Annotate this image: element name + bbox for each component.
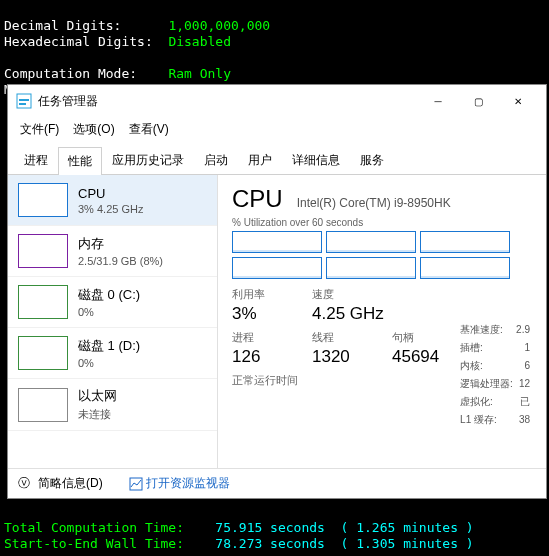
info-label: L1 缓存: [460,411,497,429]
hex-digits-label: Hexadecimal Digits: [4,34,153,49]
sidebar-disk0-name: 磁盘 0 (C:) [78,286,140,304]
cpu-chart [232,231,538,279]
thread-label: 线程 [312,330,372,345]
info-value: 1 [524,339,530,357]
terminal-bottom: Total Computation Time: 75.915 seconds (… [0,502,478,554]
wall-time-label: Start-to-End Wall Time: [4,536,184,551]
decimal-digits-value: 1,000,000,000 [168,18,270,33]
info-value: 38 [519,411,530,429]
titlebar[interactable]: 任务管理器 ─ ▢ ✕ [8,85,546,117]
content-area: CPU 3% 4.25 GHz 内存 2.5/31.9 GB (8%) 磁盘 0… [8,175,546,468]
resmon-label: 打开资源监视器 [146,476,230,490]
sidebar-ethernet-name: 以太网 [78,387,117,405]
computation-mode-value: Ram Only [168,66,231,81]
info-label: 基准速度: [460,321,503,339]
disk0-thumb [18,285,68,319]
tab-users[interactable]: 用户 [238,146,282,174]
ethernet-thumb [18,388,68,422]
chevron-up-icon[interactable]: ⓥ [18,475,30,492]
info-label: 虚拟化: [460,393,493,411]
core-chart [232,257,322,279]
maximize-button[interactable]: ▢ [458,86,498,116]
info-value: 2.9 [516,321,530,339]
sidebar-memory-name: 内存 [78,235,163,253]
menu-options[interactable]: 选项(O) [67,119,120,140]
window-title: 任务管理器 [38,93,418,110]
memory-thumb [18,234,68,268]
tab-details[interactable]: 详细信息 [282,146,350,174]
tab-services[interactable]: 服务 [350,146,394,174]
sidebar-item-disk0[interactable]: 磁盘 0 (C:) 0% [8,277,217,328]
wall-time-value: 78.273 seconds ( 1.305 minutes ) [215,536,473,551]
app-icon [16,93,32,109]
menubar: 文件(F) 选项(O) 查看(V) [8,117,546,146]
hex-digits-value: Disabled [168,34,231,49]
total-time-label: Total Computation Time: [4,520,184,535]
menu-file[interactable]: 文件(F) [14,119,65,140]
core-chart [420,257,510,279]
sidebar-item-memory[interactable]: 内存 2.5/31.9 GB (8%) [8,226,217,277]
tab-app-history[interactable]: 应用历史记录 [102,146,194,174]
open-resmon-link[interactable]: 打开资源监视器 [129,475,230,492]
speed-value: 4.25 GHz [312,304,384,324]
cpu-model: Intel(R) Core(TM) i9-8950HK [297,196,451,210]
sidebar-disk1-stat: 0% [78,357,140,369]
handle-value: 45694 [392,347,452,367]
core-chart [326,231,416,253]
core-chart [420,231,510,253]
handle-label: 句柄 [392,330,452,345]
cpu-info-table: 基准速度:2.9 插槽:1 内核:6 逻辑处理器:12 虚拟化:已 L1 缓存:… [460,321,530,429]
decimal-digits-label: Decimal Digits: [4,18,121,33]
sidebar-cpu-stat: 3% 4.25 GHz [78,203,143,215]
info-label: 插槽: [460,339,483,357]
task-manager-window: 任务管理器 ─ ▢ ✕ 文件(F) 选项(O) 查看(V) 进程 性能 应用历史… [7,84,547,499]
menu-view[interactable]: 查看(V) [123,119,175,140]
sidebar-cpu-name: CPU [78,186,143,201]
proc-label: 进程 [232,330,292,345]
info-value: 12 [519,375,530,393]
util-label: 利用率 [232,287,292,302]
tab-performance[interactable]: 性能 [58,147,102,175]
svg-rect-2 [19,103,26,105]
disk1-thumb [18,336,68,370]
main-panel: CPU Intel(R) Core(TM) i9-8950HK % Utiliz… [218,175,546,468]
total-time-value: 75.915 seconds ( 1.265 minutes ) [215,520,473,535]
sidebar-item-disk1[interactable]: 磁盘 1 (D:) 0% [8,328,217,379]
close-button[interactable]: ✕ [498,86,538,116]
cpu-thumb [18,183,68,217]
sidebar-item-cpu[interactable]: CPU 3% 4.25 GHz [8,175,217,226]
svg-rect-1 [19,99,29,101]
tab-processes[interactable]: 进程 [14,146,58,174]
chart-label: % Utilization over 60 seconds [232,217,538,228]
info-value: 已 [520,393,530,411]
speed-label: 速度 [312,287,384,302]
sidebar-memory-stat: 2.5/31.9 GB (8%) [78,255,163,267]
sidebar-ethernet-stat: 未连接 [78,407,117,422]
tabbar: 进程 性能 应用历史记录 启动 用户 详细信息 服务 [8,146,546,175]
computation-mode-label: Computation Mode: [4,66,137,81]
info-value: 6 [524,357,530,375]
proc-value: 126 [232,347,292,367]
info-label: 内核: [460,357,483,375]
thread-value: 1320 [312,347,372,367]
sidebar: CPU 3% 4.25 GHz 内存 2.5/31.9 GB (8%) 磁盘 0… [8,175,218,468]
tab-startup[interactable]: 启动 [194,146,238,174]
cpu-heading: CPU [232,185,283,213]
core-chart [326,257,416,279]
resmon-icon [129,477,143,491]
footer: ⓥ 简略信息(D) 打开资源监视器 [8,468,546,498]
util-value: 3% [232,304,292,324]
fewer-details-button[interactable]: 简略信息(D) [38,475,103,492]
sidebar-disk0-stat: 0% [78,306,140,318]
info-label: 逻辑处理器: [460,375,513,393]
sidebar-disk1-name: 磁盘 1 (D:) [78,337,140,355]
core-chart [232,231,322,253]
sidebar-item-ethernet[interactable]: 以太网 未连接 [8,379,217,431]
minimize-button[interactable]: ─ [418,86,458,116]
